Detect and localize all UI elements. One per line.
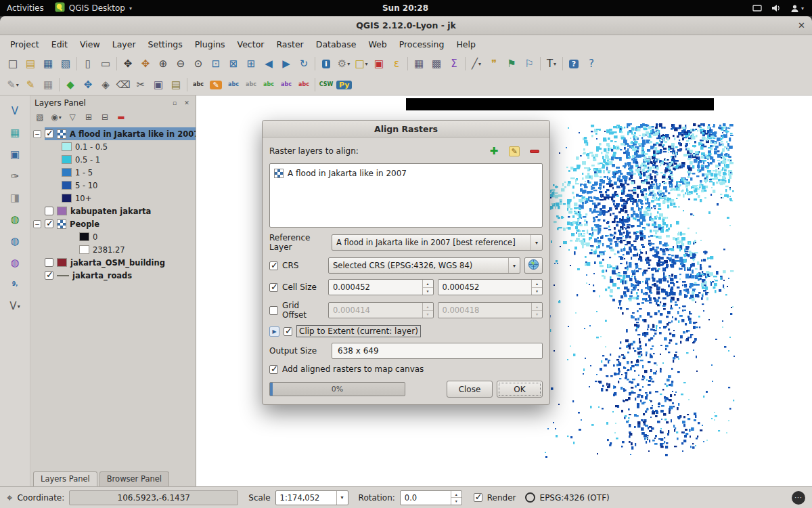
clock[interactable]: Sun 20:28: [382, 3, 428, 13]
legend-item[interactable]: 5 - 10: [30, 179, 196, 192]
menu-database[interactable]: Database: [310, 37, 363, 52]
add-to-canvas-checkbox[interactable]: [269, 365, 278, 374]
log-messages-button[interactable]: ···: [792, 491, 805, 505]
show-statistical-summary-button[interactable]: Σ: [445, 55, 463, 72]
volume-icon[interactable]: [771, 4, 781, 12]
menu-raster[interactable]: Raster: [270, 37, 309, 52]
coordinate-input[interactable]: 106.5923,-6.1437: [69, 490, 238, 505]
menu-edit[interactable]: Edit: [45, 37, 74, 52]
close-button[interactable]: Close: [447, 381, 493, 398]
legend-item[interactable]: 0: [30, 230, 196, 243]
new-print-composer-button[interactable]: ▯: [79, 55, 97, 72]
window-close-button[interactable]: ✕: [798, 16, 805, 35]
ok-button[interactable]: OK: [497, 381, 543, 398]
tree-expander-icon[interactable]: −: [33, 130, 41, 138]
identify-features-button[interactable]: i: [317, 55, 335, 72]
rotation-input[interactable]: 0.0 ▴▾: [400, 490, 462, 505]
python-console-button[interactable]: Py: [335, 76, 353, 93]
cell-size-y-input[interactable]: 0.000452 ▴▾: [438, 279, 543, 295]
select-features-button[interactable]: □▾: [353, 55, 370, 72]
toggle-editing-button[interactable]: ✎: [22, 76, 39, 93]
layer-visibility-checkbox[interactable]: [45, 219, 53, 228]
layer-labeling-options-button[interactable]: ✎: [207, 76, 225, 93]
paste-features-button[interactable]: ▤: [167, 76, 185, 93]
legend-item[interactable]: 10+: [30, 192, 196, 205]
add-wms-layer-button[interactable]: ◍: [6, 211, 24, 228]
remove-layer-button[interactable]: ▬: [114, 110, 128, 124]
deselect-features-button[interactable]: ▣: [370, 55, 388, 72]
add-feature-button[interactable]: ◆: [62, 76, 79, 93]
layer-item[interactable]: −People: [30, 217, 196, 230]
spinner-buttons[interactable]: ▴▾: [422, 280, 433, 295]
legend-item[interactable]: 0.5 - 1: [30, 153, 196, 166]
legend-item[interactable]: 1 - 5: [30, 166, 196, 179]
layer-visibility-button[interactable]: ◉▾: [49, 110, 63, 124]
add-raster-button[interactable]: ✚: [486, 144, 502, 158]
layer-visibility-checkbox[interactable]: [45, 258, 53, 267]
add-delimited-text-layer-button[interactable]: 9,: [6, 276, 24, 293]
layer-visibility-checkbox[interactable]: [45, 271, 53, 280]
crs-select[interactable]: Selected CRS (EPSG:4326, WGS 84) ▾: [328, 257, 520, 274]
menu-help[interactable]: Help: [450, 37, 482, 52]
crs-status-icon[interactable]: [525, 492, 535, 503]
spinner-buttons[interactable]: ▴▾: [531, 303, 542, 318]
layer-item[interactable]: kabupaten jakarta: [30, 205, 196, 217]
move-feature-button[interactable]: ✥: [79, 76, 97, 93]
add-mssql-layer-button[interactable]: ◨: [6, 189, 24, 207]
clip-extent-checkbox[interactable]: [284, 327, 292, 336]
scale-select[interactable]: 1:174,052 ▾: [275, 490, 348, 505]
panel-tab-layers-panel[interactable]: Layers Panel: [33, 471, 97, 486]
move-label-button[interactable]: abc: [260, 76, 277, 93]
pin-labels-button[interactable]: abc: [225, 76, 242, 93]
zoom-native-button[interactable]: ⊙: [189, 55, 207, 72]
crs-checkbox[interactable]: [269, 261, 278, 270]
add-wcs-layer-button[interactable]: ◍: [6, 232, 24, 250]
zoom-next-button[interactable]: ▶: [277, 55, 295, 72]
show-hidden-labels-button[interactable]: abc: [242, 76, 260, 93]
save-layer-edits-button[interactable]: ▦: [39, 76, 57, 93]
text-annotation-button[interactable]: T▾: [543, 55, 560, 72]
filter-legend-button[interactable]: ▽: [66, 110, 79, 124]
spinner-buttons[interactable]: ▴▾: [451, 491, 461, 505]
activities-button[interactable]: Activities: [7, 3, 44, 13]
new-shapefile-layer-button[interactable]: V▾: [6, 297, 24, 315]
menu-plugins[interactable]: Plugins: [189, 37, 231, 52]
raster-layers-list[interactable]: A flood in Jakarta like in 2007: [269, 163, 543, 228]
crs-status[interactable]: EPSG:4326 (OTF): [540, 493, 610, 503]
zoom-in-button[interactable]: ⊕: [154, 55, 172, 72]
collapse-all-button[interactable]: ⊟: [98, 110, 112, 124]
new-bookmark-button[interactable]: ⚑: [503, 55, 520, 72]
zoom-to-layer-button[interactable]: ⊞: [242, 55, 260, 72]
display-icon[interactable]: [752, 5, 762, 12]
tree-expander-icon[interactable]: −: [33, 220, 41, 228]
zoom-to-selection-button[interactable]: ⊠: [225, 55, 242, 72]
menu-settings[interactable]: Settings: [142, 37, 189, 52]
add-spatialite-layer-button[interactable]: ✑: [6, 167, 24, 185]
menu-layer[interactable]: Layer: [106, 37, 142, 52]
menu-view[interactable]: View: [74, 37, 106, 52]
menu-vector[interactable]: Vector: [231, 37, 271, 52]
grid-offset-y-input[interactable]: 0.000418 ▴▾: [438, 302, 543, 318]
grid-offset-checkbox[interactable]: [269, 306, 278, 315]
zoom-last-button[interactable]: ◀: [260, 55, 277, 72]
change-label-button[interactable]: abc: [295, 76, 313, 93]
node-tool-button[interactable]: ◈: [97, 76, 114, 93]
panel-float-button[interactable]: ▫: [170, 98, 179, 108]
show-bookmarks-button[interactable]: ⚐: [520, 55, 538, 72]
add-postgis-layer-button[interactable]: ▣: [6, 146, 24, 163]
map-tips-button[interactable]: ❞: [485, 55, 503, 72]
pan-map-button[interactable]: ✥: [119, 55, 137, 72]
legend-item[interactable]: 0.1 - 0.5: [30, 140, 196, 153]
layer-item[interactable]: −A flood in Jakarta like in 2007: [30, 127, 196, 140]
rotate-label-button[interactable]: abc: [277, 76, 295, 93]
copy-features-button[interactable]: ▣: [150, 76, 167, 93]
layer-item[interactable]: jakarta_roads: [30, 269, 196, 282]
add-wfs-layer-button[interactable]: ◍: [6, 254, 24, 272]
open-project-button[interactable]: ▤: [22, 55, 39, 72]
save-project-button[interactable]: ▦: [39, 55, 57, 72]
remove-raster-button[interactable]: [526, 144, 543, 158]
new-project-button[interactable]: □: [4, 55, 22, 72]
menu-processing[interactable]: Processing: [393, 37, 451, 52]
metasearch-csw-button[interactable]: CSW: [317, 76, 335, 93]
measure-line-button[interactable]: ╱▾: [468, 55, 485, 72]
